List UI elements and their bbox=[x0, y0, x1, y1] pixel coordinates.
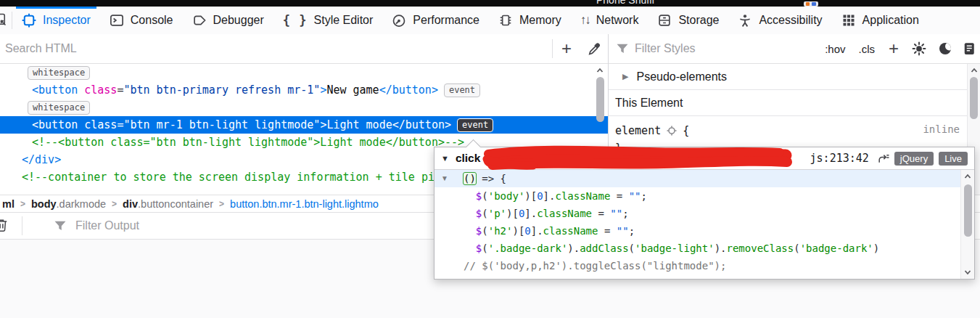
code-token: className bbox=[555, 190, 610, 202]
tab-label: Memory bbox=[519, 14, 561, 27]
markup-row[interactable]: <button class="btn btn-primary refresh m… bbox=[0, 81, 608, 99]
markup-row[interactable]: <button class="btn mr-1 btn-light lightm… bbox=[0, 116, 608, 134]
add-node-button[interactable]: + bbox=[553, 34, 580, 63]
whitespace-badge[interactable]: whitespace bbox=[28, 101, 90, 115]
scroll-down-icon[interactable] bbox=[963, 268, 972, 277]
filter-styles-input[interactable] bbox=[630, 42, 818, 55]
storage-icon bbox=[657, 13, 672, 28]
toggle-hover-pseudo-button[interactable]: :hov bbox=[818, 43, 852, 55]
event-badge[interactable]: event bbox=[457, 118, 493, 132]
debugger-icon bbox=[192, 13, 207, 28]
code-token: 'badge-dark' bbox=[800, 242, 873, 254]
caret-down-icon[interactable]: ▼ bbox=[441, 174, 448, 182]
tab-debugger[interactable]: Debugger bbox=[183, 7, 273, 34]
scroll-up-icon[interactable] bbox=[970, 66, 979, 75]
tab-memory[interactable]: Memory bbox=[489, 7, 571, 34]
code-token: ). bbox=[567, 242, 580, 254]
code-token: ). bbox=[690, 277, 702, 279]
markup-row[interactable]: whitespace bbox=[0, 64, 608, 81]
code-token: ) bbox=[843, 277, 849, 279]
print-media-button[interactable] bbox=[958, 34, 980, 63]
accessibility-person-icon bbox=[738, 13, 752, 28]
caret-right-icon: ▶ bbox=[622, 72, 628, 81]
code-token: "" bbox=[629, 190, 641, 202]
code-token: ( bbox=[482, 277, 487, 279]
tab-performance[interactable]: Performance bbox=[382, 7, 489, 34]
code-row[interactable]: $('.btn-light').addClass('btn-dark').rem… bbox=[435, 274, 974, 279]
light-scheme-button[interactable] bbox=[906, 34, 932, 63]
code-token: )[ bbox=[524, 190, 537, 202]
scroll-up-icon[interactable] bbox=[596, 66, 604, 75]
code-token: ( bbox=[794, 242, 799, 254]
tab-style-editor[interactable]: { } Style Editor bbox=[273, 7, 383, 34]
code-row[interactable]: () => { bbox=[435, 170, 974, 187]
performance-icon bbox=[392, 13, 406, 28]
code-row[interactable]: $('.badge-dark').addClass('badge-light')… bbox=[435, 240, 974, 257]
document-icon bbox=[962, 41, 976, 56]
breadcrumb-item-html[interactable]: ml bbox=[2, 198, 15, 210]
code-token: ; bbox=[629, 225, 635, 237]
code-token: removeClass bbox=[726, 242, 794, 254]
framework-badge: jQuery bbox=[894, 152, 934, 166]
tab-label: Network bbox=[596, 14, 639, 27]
pseudo-elements-section[interactable]: ▶ Pseudo-elements bbox=[609, 64, 980, 90]
caret-down-icon[interactable]: ▼ bbox=[441, 154, 449, 163]
popup-header: ▼ click js:213:42 jQuery Live bbox=[435, 147, 974, 170]
tab-accessibility[interactable]: Accessibility bbox=[728, 7, 831, 34]
tab-console[interactable]: Console bbox=[100, 7, 183, 34]
clear-console-trash-icon[interactable] bbox=[0, 218, 9, 232]
popup-scrollbar[interactable] bbox=[960, 170, 974, 279]
tab-label: Accessibility bbox=[759, 14, 822, 27]
tab-application[interactable]: Application bbox=[832, 7, 928, 34]
event-badge[interactable]: event bbox=[444, 83, 480, 97]
sun-icon bbox=[912, 41, 926, 56]
code-token: New game bbox=[326, 83, 379, 97]
code-token: ( bbox=[629, 242, 635, 254]
add-rule-button[interactable]: + bbox=[881, 34, 906, 63]
toggle-classes-button[interactable]: .cls bbox=[852, 43, 882, 55]
highlight-target-icon[interactable] bbox=[666, 125, 678, 136]
jump-to-debugger-icon[interactable] bbox=[877, 152, 889, 165]
code-token: class bbox=[78, 118, 117, 131]
scroll-up-icon[interactable] bbox=[963, 172, 972, 181]
filter-funnel-icon bbox=[53, 219, 67, 233]
breadcrumb-item-div[interactable]: div.buttoncontainer bbox=[123, 198, 213, 210]
rule-selector[interactable]: element bbox=[615, 122, 661, 139]
code-row[interactable]: // $('body,p,h2').toggleClass("lightmode… bbox=[435, 257, 974, 274]
code-row[interactable]: $('body')[0].className = ""; bbox=[435, 187, 974, 205]
code-token: ( bbox=[622, 277, 628, 279]
code-token: ) bbox=[873, 242, 879, 254]
scrollbar-thumb[interactable] bbox=[964, 184, 972, 237]
code-row[interactable]: $('p')[0].className = ""; bbox=[435, 205, 974, 222]
code-token: ; bbox=[641, 190, 646, 202]
this-element-section: This Element bbox=[609, 90, 980, 116]
rule-source-link[interactable]: inline bbox=[923, 123, 960, 135]
code-token: ( bbox=[482, 208, 487, 219]
breadcrumb-item-body[interactable]: body.darkmode bbox=[31, 198, 106, 210]
dark-scheme-button[interactable] bbox=[932, 34, 958, 63]
inspector-icon bbox=[22, 13, 36, 28]
tab-label: Storage bbox=[678, 14, 719, 27]
markup-row[interactable]: whitespace bbox=[0, 99, 608, 116]
code-row[interactable]: $('h2')[0].className = ""; bbox=[435, 222, 974, 240]
whitespace-badge[interactable]: whitespace bbox=[28, 66, 90, 80]
devtools-tabbar: Inspector Console Debugger { } Style Edi… bbox=[0, 7, 980, 35]
tab-network[interactable]: ↑↓ Network bbox=[571, 7, 648, 34]
source-location-link[interactable]: js:213:42 bbox=[810, 152, 869, 165]
code-token: '.btn-light' bbox=[488, 277, 561, 279]
code-token: <button bbox=[32, 83, 78, 97]
tab-inspector[interactable]: Inspector bbox=[12, 7, 100, 34]
search-html-input[interactable] bbox=[0, 42, 552, 55]
event-handler-popup: ▼ click js:213:42 jQuery Live ▼ () => { … bbox=[434, 147, 975, 280]
scrollbar-thumb[interactable] bbox=[596, 77, 604, 122]
scrollbar-thumb[interactable] bbox=[970, 77, 978, 119]
pseudo-elements-header: Pseudo-elements bbox=[636, 70, 727, 83]
code-token: 'p' bbox=[488, 208, 506, 219]
code-token: ( bbox=[482, 225, 487, 237]
event-name: click bbox=[456, 152, 480, 165]
tab-storage[interactable]: Storage bbox=[648, 7, 728, 34]
pick-element-icon[interactable] bbox=[0, 12, 7, 27]
rule-open-brace: { bbox=[683, 122, 689, 139]
breadcrumb-item-button-selected[interactable]: button.btn.mr-1.btn-light.lightmo bbox=[230, 198, 379, 210]
eyedropper-button[interactable] bbox=[580, 34, 608, 63]
